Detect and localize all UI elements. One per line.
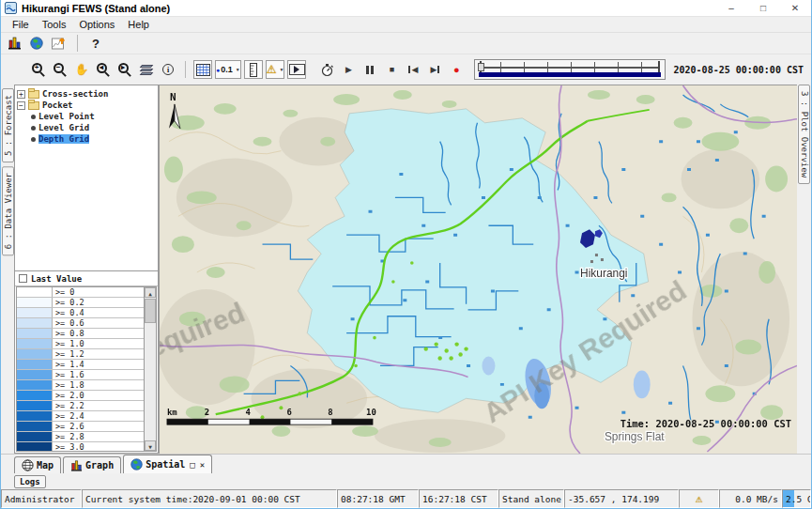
menu-file[interactable]: File (7, 18, 35, 31)
maximize-button[interactable]: □ (747, 0, 779, 16)
grid-display-button[interactable] (193, 60, 212, 79)
menubar: File Tools Options Help (1, 17, 811, 33)
last-value-checkbox[interactable] (19, 274, 27, 283)
timeline-slider[interactable] (474, 59, 665, 80)
zoom-previous-button[interactable]: ◂ (94, 60, 113, 79)
info-button[interactable]: i (159, 60, 177, 79)
map-time-label: Time: 2020-08-25 00:00:00 CST (620, 418, 791, 429)
minimize-button[interactable]: – (715, 0, 747, 16)
legend-row: >= 1.8 (17, 380, 144, 391)
record-button[interactable]: ● (447, 60, 466, 79)
tree-item-label: Level Point (38, 112, 95, 121)
help-button[interactable]: ? (86, 34, 105, 53)
skip-start-button[interactable]: ◀ (404, 60, 422, 79)
logs-button[interactable]: Logs (14, 475, 46, 488)
window-title: Hikurangi FEWS (Stand alone) (22, 3, 170, 14)
tab-spatial[interactable]: Spatial □ ✕ (123, 455, 212, 473)
collapse-icon[interactable]: − (17, 101, 25, 110)
thresholds-dropdown[interactable]: ⚠ ▼ (266, 60, 285, 79)
menu-help[interactable]: Help (122, 18, 155, 31)
statistics-button[interactable] (5, 34, 23, 53)
legend-row: >= 2.6 (17, 422, 144, 432)
scrollbar-thumb[interactable] (145, 299, 156, 323)
tree-item-pocket[interactable]: − Pocket (17, 100, 156, 111)
tab-spatial-label: Spatial (146, 459, 185, 470)
tab-data-viewer[interactable]: 6 : Data Viewer (2, 166, 14, 255)
grid-icon (196, 64, 210, 76)
legend-scrollbar[interactable]: ▲ ▼ (144, 287, 156, 451)
map-toolbar: + − ✋ ◂ ▸ i ● 0.1 ▼ ⚠ ▼ (1, 54, 811, 85)
tree-item-level-point[interactable]: Level Point (17, 111, 156, 122)
expand-icon[interactable]: + (17, 90, 25, 99)
pan-button[interactable]: ✋ (72, 60, 91, 79)
globe-icon (130, 458, 143, 470)
tab-plot-overview[interactable]: 3 : Plot Overview (798, 85, 810, 184)
pause-button[interactable] (360, 60, 379, 79)
main-area: 5 : Forecast 6 : Data Viewer + Cross-sec… (1, 85, 811, 454)
svg-text:10: 10 (366, 408, 376, 417)
bar-chart-icon (8, 37, 22, 50)
zoom-previous-icon: ◂ (97, 63, 111, 77)
logs-row: Logs (1, 473, 811, 489)
zoom-out-button[interactable]: − (51, 60, 69, 79)
record-icon: ● (453, 64, 460, 75)
legend-swatch (17, 401, 53, 410)
tab-forecast[interactable]: 5 : Forecast (2, 88, 14, 162)
layers-icon (141, 64, 152, 75)
zoom-out-icon: − (54, 63, 68, 77)
scroll-up-icon[interactable]: ▲ (145, 287, 156, 298)
legend-swatch (17, 360, 53, 369)
tree-item-label: Cross-section (42, 89, 108, 99)
skip-start-icon: ◀ (411, 65, 418, 74)
tree-item-label-selected: Depth Grid (38, 134, 89, 144)
zoom-in-button[interactable]: + (29, 60, 48, 79)
app-logo-icon (5, 2, 17, 14)
zoom-next-button[interactable]: ▸ (115, 60, 134, 79)
timeline-thumb[interactable] (478, 63, 484, 71)
tab-map[interactable]: Map (14, 456, 61, 473)
svg-text:6: 6 (286, 408, 291, 417)
legend-swatch (17, 432, 53, 441)
tree-item-cross-section[interactable]: + Cross-section (17, 88, 156, 100)
tab-close-icon[interactable]: ✕ (200, 460, 205, 470)
help-icon: ? (92, 37, 100, 51)
legend-swatch (17, 287, 53, 297)
tree-item-level-grid[interactable]: Level Grid (17, 122, 156, 133)
tab-map-label: Map (37, 460, 54, 470)
legend-swatch (17, 442, 53, 451)
menu-options[interactable]: Options (73, 18, 120, 31)
spatial-chart-icon (52, 37, 67, 50)
folder-icon (28, 90, 39, 99)
play-button[interactable]: ▶ (339, 60, 358, 79)
animation-settings-button[interactable] (317, 60, 336, 79)
filters-tree: + Cross-section − Pocket Level Point Lev… (15, 85, 158, 270)
stop-button[interactable]: ■ (382, 60, 401, 79)
tab-maximize-icon[interactable]: □ (190, 460, 194, 470)
tab-graph[interactable]: Graph (63, 456, 121, 473)
spatial-display-button[interactable] (50, 34, 69, 53)
close-button[interactable]: ✕ (779, 0, 811, 16)
stopwatch-icon (320, 63, 334, 77)
svg-text:km: km (167, 408, 177, 417)
scroll-down-icon[interactable]: ▼ (145, 440, 156, 451)
titlebar: Hikurangi FEWS (Stand alone) – □ ✕ (1, 0, 811, 17)
legend-row: >= 0.6 (17, 318, 144, 329)
animation-display-button[interactable] (287, 60, 306, 79)
legend-row: >= 0.2 (17, 298, 144, 308)
scale-ruler-button[interactable] (244, 60, 263, 79)
map-display-button[interactable] (27, 34, 46, 53)
legend-row: >= 0.4 (17, 308, 144, 318)
legend-row: >= 1.4 (17, 360, 144, 370)
legend-swatch (17, 339, 53, 348)
layers-button[interactable] (137, 60, 156, 79)
skip-end-button[interactable]: ▶ (425, 60, 444, 79)
globe-icon (30, 37, 43, 50)
menu-tools[interactable]: Tools (37, 18, 72, 31)
tree-item-depth-grid[interactable]: Depth Grid (17, 133, 156, 145)
status-mode: Stand alone (498, 489, 564, 508)
legend-row: >= 0.8 (17, 329, 144, 339)
tree-item-label: Level Grid (38, 123, 89, 132)
toolbar-separator (77, 35, 78, 52)
map-viewport[interactable]: API Key Required API Key Required Hikura… (159, 85, 797, 454)
contour-threshold-dropdown[interactable]: ● 0.1 ▼ (215, 60, 241, 79)
